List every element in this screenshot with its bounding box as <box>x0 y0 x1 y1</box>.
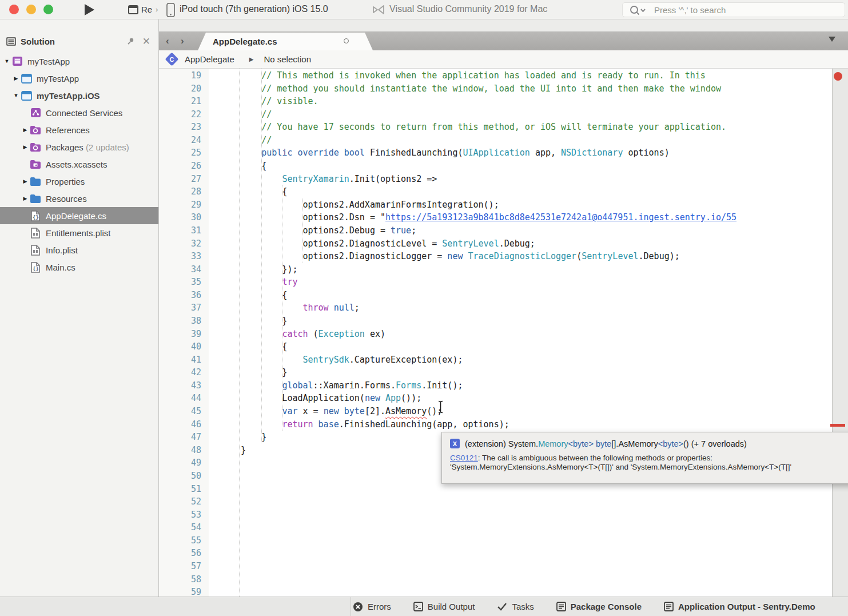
code-line-35[interactable]: 35 try <box>159 276 832 289</box>
line-number[interactable]: 29 <box>159 198 201 212</box>
sidebar-item-properties[interactable]: ▶Properties <box>0 173 158 190</box>
code-line-40[interactable]: 40 { <box>159 340 832 353</box>
line-number[interactable]: 57 <box>159 560 201 573</box>
code-line-32[interactable]: 32 options2.DiagnosticLevel = SentryLeve… <box>159 237 832 251</box>
line-number[interactable]: 53 <box>159 508 201 522</box>
code-line-53[interactable]: 53 <box>159 508 832 522</box>
line-number[interactable]: 46 <box>159 418 201 431</box>
code-line-43[interactable]: 43 global::Xamarin.Forms.Forms.Init(); <box>159 379 832 392</box>
code-line-51[interactable]: 51 <box>159 483 832 496</box>
tab-appdelegate[interactable]: AppDelegate.cs <box>198 33 373 50</box>
line-number[interactable]: 21 <box>159 95 201 108</box>
code-line-33[interactable]: 33 options2.DiagnosticLogger = new Trace… <box>159 250 832 263</box>
code-line-21[interactable]: 21 // visible. <box>159 95 832 108</box>
line-number[interactable]: 54 <box>159 521 201 534</box>
code-line-57[interactable]: 57 <box>159 560 832 573</box>
line-number[interactable]: 38 <box>159 315 201 328</box>
device-selector[interactable]: iPod touch (7th generation) iOS 15.0 <box>180 4 357 14</box>
breadcrumb-class[interactable]: AppDelegate <box>185 54 234 64</box>
sidebar-item-assets-xcassets[interactable]: Assets.xcassets <box>0 156 158 173</box>
line-number[interactable]: 56 <box>159 547 201 560</box>
code-line-54[interactable]: 54 <box>159 521 832 534</box>
editor-scrollbar[interactable] <box>832 69 848 597</box>
navigate-back-button[interactable]: ‹ <box>166 35 169 47</box>
pin-pad-icon[interactable] <box>126 37 136 46</box>
line-number[interactable]: 48 <box>159 444 201 457</box>
sidebar-item-main-cs[interactable]: {}Main.cs <box>0 259 158 276</box>
line-number[interactable]: 39 <box>159 328 201 341</box>
breadcrumb-selection[interactable]: No selection <box>264 54 311 64</box>
code-line-38[interactable]: 38 } <box>159 315 832 328</box>
line-number[interactable]: 30 <box>159 211 201 224</box>
navigate-forward-button[interactable]: › <box>181 35 184 47</box>
line-number[interactable]: 22 <box>159 108 201 121</box>
sidebar-item-packages[interactable]: ▶Packages (2 updates) <box>0 138 158 156</box>
line-number[interactable]: 49 <box>159 456 201 470</box>
pad-button-errors[interactable]: Errors <box>353 602 391 612</box>
code-line-52[interactable]: 52 <box>159 495 832 508</box>
code-line-26[interactable]: 26 { <box>159 160 832 173</box>
close-pad-icon[interactable]: ✕ <box>142 35 150 47</box>
line-number[interactable]: 42 <box>159 366 201 379</box>
code-line-20[interactable]: 20 // method you should instantiate the … <box>159 82 832 96</box>
code-line-45[interactable]: 45 var x = new byte[2].AsMemory(); <box>159 405 832 418</box>
code-line-59[interactable]: 59 <box>159 586 832 597</box>
chevron-collapsed-icon[interactable]: ▶ <box>21 196 30 201</box>
line-number[interactable]: 33 <box>159 250 201 263</box>
code-line-37[interactable]: 37 throw null; <box>159 301 832 315</box>
line-number[interactable]: 32 <box>159 237 201 251</box>
line-number[interactable]: 59 <box>159 586 201 597</box>
line-number[interactable]: 58 <box>159 573 201 586</box>
sidebar-item-appdelegate-cs[interactable]: {}AppDelegate.cs <box>0 207 158 224</box>
line-number[interactable]: 24 <box>159 134 201 147</box>
line-number[interactable]: 27 <box>159 173 201 186</box>
sidebar-item-references[interactable]: ▶References <box>0 121 158 138</box>
sidebar-item-resources[interactable]: ▶Resources <box>0 190 158 207</box>
code-line-25[interactable]: 25 public override bool FinishedLaunchin… <box>159 146 832 160</box>
code-line-24[interactable]: 24 // <box>159 134 832 147</box>
code-line-23[interactable]: 23 // You have 17 seconds to return from… <box>159 121 832 134</box>
line-number[interactable]: 26 <box>159 160 201 173</box>
line-number[interactable]: 55 <box>159 534 201 547</box>
code-line-30[interactable]: 30 options2.Dsn = "https://5a193123a9b84… <box>159 211 832 224</box>
code-line-31[interactable]: 31 options2.Debug = true; <box>159 224 832 237</box>
line-number[interactable]: 51 <box>159 483 201 496</box>
line-number[interactable]: 28 <box>159 185 201 198</box>
code-line-58[interactable]: 58 <box>159 573 832 586</box>
code-line-27[interactable]: 27 SentryXamarin.Init(options2 => <box>159 173 832 186</box>
pad-button-application-output-sentry-demo[interactable]: Application Output - Sentry.Demo <box>664 602 815 611</box>
tab-list-dropdown-icon[interactable] <box>829 37 835 42</box>
search-input[interactable]: Press '^,' to search <box>622 2 845 17</box>
error-code-link[interactable]: CS0121 <box>450 454 478 462</box>
code-line-42[interactable]: 42 } <box>159 366 832 379</box>
line-number[interactable]: 25 <box>159 146 201 160</box>
error-indicator-dot[interactable] <box>834 72 842 81</box>
sidebar-item-connected-services[interactable]: Connected Services <box>0 104 158 121</box>
line-number[interactable]: 45 <box>159 405 201 418</box>
code-line-34[interactable]: 34 }); <box>159 263 832 276</box>
chevron-expanded-icon[interactable]: ▼ <box>2 58 11 64</box>
line-number[interactable]: 50 <box>159 470 201 483</box>
sidebar-item-info-plist[interactable]: Info.plist <box>0 241 158 259</box>
code-line-41[interactable]: 41 SentrySdk.CaptureException(ex); <box>159 353 832 367</box>
maximize-window-button[interactable] <box>43 5 53 14</box>
sidebar-item-mytestapp[interactable]: ▼myTestApp <box>0 53 158 70</box>
code-line-19[interactable]: 19 // This method is invoked when the ap… <box>159 69 832 82</box>
code-line-39[interactable]: 39 catch (Exception ex) <box>159 328 832 341</box>
pad-button-build-output[interactable]: Build Output <box>413 602 475 611</box>
sidebar-item-mytestapp-ios[interactable]: ▼myTestApp.iOS <box>0 87 158 104</box>
sidebar-item-entitlements-plist[interactable]: Entitlements.plist <box>0 224 158 241</box>
pad-button-package-console[interactable]: Package Console <box>556 602 642 611</box>
code-line-36[interactable]: 36 { <box>159 289 832 302</box>
code-editor[interactable]: 19 // This method is invoked when the ap… <box>159 69 832 597</box>
line-number[interactable]: 47 <box>159 431 201 444</box>
code-line-44[interactable]: 44 LoadApplication(new App()); <box>159 392 832 405</box>
line-number[interactable]: 31 <box>159 224 201 237</box>
sidebar-item-mytestapp[interactable]: ▶myTestApp <box>0 70 158 87</box>
code-line-56[interactable]: 56 <box>159 547 832 560</box>
code-line-29[interactable]: 29 options2.AddXamarinFormsIntegration()… <box>159 198 832 212</box>
configuration-selector[interactable]: Re <box>141 5 152 14</box>
code-line-22[interactable]: 22 // <box>159 108 832 121</box>
run-button[interactable] <box>85 4 94 15</box>
line-number[interactable]: 35 <box>159 276 201 289</box>
